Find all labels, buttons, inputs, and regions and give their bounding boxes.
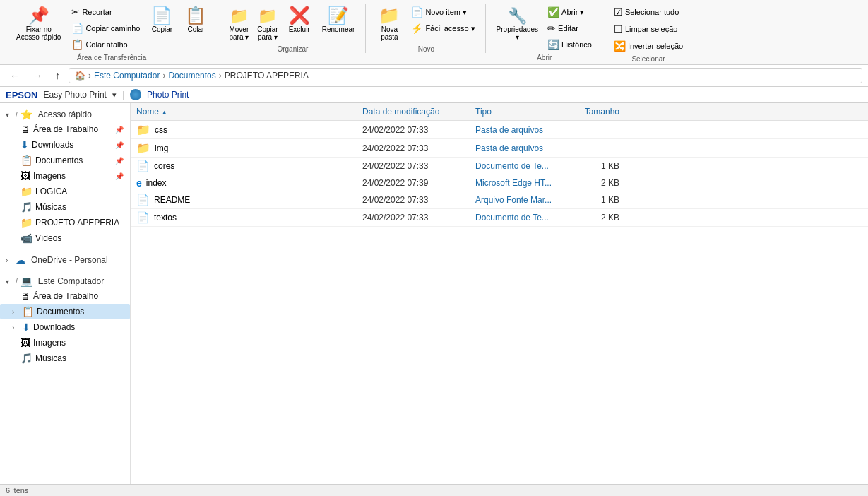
download-pc-icon: ⬇ [22, 321, 30, 333]
sidebar-item-musicas-pc[interactable]: 🎵 Músicas [0, 350, 130, 366]
file-date: 24/02/2022 07:33 [357, 142, 470, 155]
excluir-button[interactable]: ❌ Excluir [283, 4, 316, 36]
file-size: 1 KB [569, 160, 625, 172]
videos-quick-icon: 📹 [20, 232, 32, 244]
sidebar-item-musicas-quick[interactable]: 🎵 Músicas [0, 199, 130, 215]
separator-line2: / [16, 278, 18, 285]
sidebar-item-videos[interactable]: 📹 Vídeos [0, 230, 130, 246]
copiar-para-button[interactable]: 📁 Copiar para ▾ [254, 4, 281, 44]
paste-icon: 📋 [185, 7, 206, 24]
colar-atalho-button[interactable]: 📋 Colar atalho [67, 37, 144, 52]
sidebar-item-imagens-pc[interactable]: 🖼 Imagens [0, 335, 130, 350]
properties-icon: 🔧 [508, 7, 527, 25]
sidebar-item-area-trabalho-pc[interactable]: 🖥 Área de Trabalho [0, 288, 130, 304]
copiar-button[interactable]: 📄 Copiar [145, 4, 178, 36]
status-bar: 6 itens [0, 484, 868, 496]
abrir-button[interactable]: ✅ Abrir ▾ [543, 4, 596, 20]
col-tamanho[interactable]: Tamanho [569, 105, 625, 118]
novo-item-button[interactable]: 📄 Novo item ▾ [407, 4, 479, 20]
sidebar-item-documentos-pc[interactable]: › 📋 Documentos [0, 304, 130, 319]
edge-icon: e [136, 177, 142, 189]
ribbon-group-selecionar: ☑ Selecionar tudo ☐ Limpar seleção 🔀 Inv… [604, 4, 693, 63]
organizar-label: Organizar [277, 45, 308, 53]
docs-quick-icon: 📋 [20, 155, 32, 166]
file-row[interactable]: 📄 cores 24/02/2022 07:33 Documento de Te… [131, 158, 868, 175]
sidebar-item-logica[interactable]: 📁 LÓGICA [0, 184, 130, 199]
copiar-caminho-button[interactable]: 📄 Copiar caminho [67, 20, 144, 36]
file-name: 📁 css [131, 122, 357, 138]
paste-shortcut-icon: 📋 [71, 39, 83, 50]
propriedades-button[interactable]: 🔧 Propriedades ▾ [493, 4, 542, 44]
docs-pc-icon: 📋 [22, 306, 34, 317]
file-row[interactable]: 📁 css 24/02/2022 07:33 Pasta de arquivos [131, 121, 868, 139]
file-date: 24/02/2022 07:39 [357, 177, 470, 189]
col-data[interactable]: Data de modificação [357, 105, 470, 118]
file-name-text: css [155, 125, 167, 135]
recortar-button[interactable]: ✂ Recortar [67, 4, 144, 20]
projeto-icon: 📁 [20, 217, 32, 228]
pin-images-icon: 📌 [115, 172, 124, 180]
globe-icon [130, 89, 141, 100]
address-bar: ← → ↑ 🏠 › Este Computador › Documentos ›… [0, 65, 868, 87]
rename-icon: 📝 [328, 7, 349, 24]
facil-acesso-button[interactable]: ⚡ Fácil acesso ▾ [407, 20, 479, 36]
back-button[interactable]: ← [6, 68, 24, 83]
editar-button[interactable]: ✏ Editar [543, 20, 596, 36]
file-name: 📄 cores [131, 158, 357, 174]
sidebar-item-imagens-quick[interactable]: 🖼 Imagens 📌 [0, 168, 130, 184]
col-nome[interactable]: Nome ▲ [131, 105, 357, 118]
breadcrumb-este-computador[interactable]: Este Computador [94, 71, 160, 81]
onedrive-icon: ☁ [16, 254, 25, 266]
sidebar-item-downloads-quick[interactable]: ⬇ Downloads 📌 [0, 137, 130, 153]
sidebar-item-downloads-pc[interactable]: › ⬇ Downloads [0, 319, 130, 335]
selecionar-tudo-button[interactable]: ☑ Selecionar tudo [610, 4, 687, 20]
up-button[interactable]: ↑ [51, 68, 64, 83]
epson-app: Easy Photo Print [44, 90, 107, 100]
sidebar-item-projeto-apeperia[interactable]: 📁 PROJETO APEPERIA [0, 215, 130, 230]
sidebar-item-area-trabalho-quick[interactable]: 🖥 Área de Trabalho 📌 [0, 122, 130, 137]
pin-icon: 📌 [28, 7, 49, 24]
pin-quick-icon: 📌 [115, 126, 124, 134]
file-list: Nome ▲ Data de modificação Tipo Tamanho … [131, 103, 868, 484]
fixar-button[interactable]: 📌 Fixar noAcesso rápido [11, 4, 66, 44]
renomear-button[interactable]: 📝 Renomear [317, 4, 360, 36]
historico-button[interactable]: 🔄 Histórico [543, 37, 596, 52]
file-name-text: README [154, 195, 190, 205]
home-icon: 🏠 [75, 71, 85, 81]
easy-access-icon: ⚡ [411, 23, 423, 34]
onedrive-label: OneDrive - Personal [31, 255, 108, 265]
colar-button[interactable]: 📋 Colar [179, 4, 212, 36]
sidebar-header-onedrive[interactable]: › ☁ OneDrive - Personal [0, 252, 130, 267]
sidebar-item-documentos-quick[interactable]: 📋 Documentos 📌 [0, 153, 130, 168]
ribbon-group-novo: 📁 Novapasta 📄 Novo item ▾ ⚡ Fácil acesso… [367, 4, 485, 53]
file-row[interactable]: 📄 textos 24/02/2022 07:33 Documento de T… [131, 209, 868, 227]
epson-dropdown[interactable]: ▾ [112, 90, 117, 100]
inverter-selecao-button[interactable]: 🔀 Inverter seleção [610, 38, 687, 54]
music-pc-icon: 🎵 [20, 353, 32, 364]
status-text: 6 itens [6, 486, 28, 495]
epson-photo-print[interactable]: Photo Print [147, 90, 189, 100]
logica-icon: 📁 [20, 186, 32, 197]
file-row[interactable]: e index 24/02/2022 07:39 Microsoft Edge … [131, 175, 868, 191]
downloads-expander: › [12, 324, 22, 331]
col-tipo[interactable]: Tipo [470, 105, 569, 118]
expand-arrow: ▾ [6, 111, 16, 119]
delete-icon: ❌ [289, 7, 310, 24]
breadcrumb-documentos[interactable]: Documentos [168, 71, 215, 81]
limpar-selecao-button[interactable]: ☐ Limpar seleção [610, 21, 687, 37]
forward-button[interactable]: → [28, 68, 47, 83]
nova-pasta-button[interactable]: 📁 Novapasta [373, 4, 405, 44]
txt-icon: 📄 [136, 211, 150, 224]
invert-selection-icon: 🔀 [614, 40, 626, 52]
mover-para-button[interactable]: 📁 Mover para ▾ [225, 4, 252, 44]
computer-label: Este Computador [38, 276, 104, 286]
copy-to-icon: 📁 [258, 7, 277, 25]
download-quick-icon: ⬇ [20, 139, 29, 150]
sidebar-header-este-computador[interactable]: ▾ / 💻 Este Computador [0, 273, 130, 288]
file-rows-container: 📁 css 24/02/2022 07:33 Pasta de arquivos… [131, 121, 868, 227]
ribbon-group-abrir: 🔧 Propriedades ▾ ✅ Abrir ▾ ✏ Editar 🔄 [487, 4, 602, 61]
sidebar-header-acesso-rapido[interactable]: ▾ / ⭐ Acesso rápido [0, 106, 130, 122]
file-row[interactable]: 📄 README 24/02/2022 07:33 Arquivo Fonte … [131, 191, 868, 209]
file-date: 24/02/2022 07:33 [357, 211, 470, 224]
file-row[interactable]: 📁 img 24/02/2022 07:33 Pasta de arquivos [131, 139, 868, 158]
